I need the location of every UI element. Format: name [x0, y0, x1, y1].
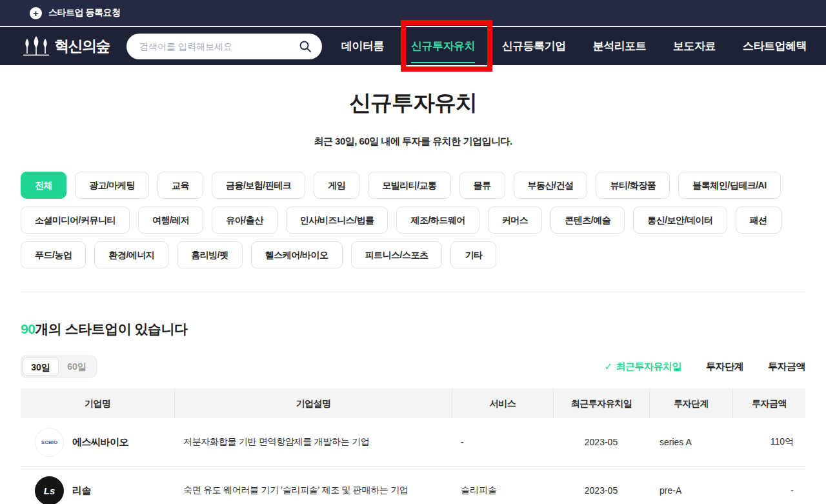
- col-recent-date: 최근투자유치일: [553, 388, 649, 418]
- period-toggle: 30일 60일: [21, 356, 97, 378]
- chip-contents-art[interactable]: 콘텐츠/예술: [550, 207, 625, 234]
- chip-travel[interactable]: 여행/레저: [138, 207, 203, 234]
- search-input[interactable]: [139, 41, 299, 52]
- chip-mobility[interactable]: 모빌리티/교통: [368, 172, 450, 199]
- nav-item-new-investment[interactable]: 신규투자유치: [411, 39, 475, 54]
- investment-amount: 110억: [732, 436, 805, 448]
- company-logo-text: Ls: [44, 485, 55, 496]
- chip-hr-biz-law[interactable]: 인사/비즈니스/법률: [286, 207, 388, 234]
- chip-fashion[interactable]: 패션: [736, 207, 781, 234]
- chip-commerce[interactable]: 커머스: [488, 207, 543, 234]
- navbar: 혁신의숲 데이터룸 신규투자유치 신규등록기업 분석리포트 보도자료 스타트업혜…: [0, 27, 826, 65]
- chip-education[interactable]: 교육: [157, 172, 203, 199]
- toggle-60days[interactable]: 60일: [59, 358, 95, 376]
- results-count: 90개의 스타트업이 있습니다: [21, 320, 805, 338]
- company-name[interactable]: 리솔: [72, 485, 91, 497]
- company-service: 슬리피솔: [452, 485, 553, 496]
- nav-item-new-companies[interactable]: 신규등록기업: [502, 39, 566, 54]
- nav-item-dataroom[interactable]: 데이터룸: [341, 39, 384, 54]
- chip-env-energy[interactable]: 환경/에너지: [94, 241, 168, 268]
- startup-register-link[interactable]: 스타트업 등록요청: [48, 7, 120, 19]
- chip-blockchain-ai[interactable]: 블록체인/딥테크/AI: [678, 172, 780, 199]
- table-row[interactable]: SCBIO 에스씨바이오 저분자화합물 기반 면역항암제를 개발하는 기업 - …: [21, 418, 805, 467]
- chip-game[interactable]: 게임: [314, 172, 359, 199]
- chip-fitness-sports[interactable]: 피트니스/스포츠: [351, 241, 443, 268]
- chip-finance[interactable]: 금융/보험/핀테크: [212, 172, 305, 199]
- col-company-desc: 기업설명: [174, 388, 452, 418]
- startup-table: 기업명 기업설명 서비스 최근투자유치일 투자단계 투자금액 SCBIO 에스씨…: [21, 388, 805, 504]
- list-controls: 30일 60일 ✓최근투자유치일 투자단계 투자금액: [21, 356, 805, 378]
- company-logo: SCBIO: [35, 428, 64, 457]
- col-stage: 투자단계: [649, 388, 732, 418]
- sort-options: ✓최근투자유치일 투자단계 투자금액: [604, 361, 805, 373]
- sort-recent-investment-date[interactable]: ✓최근투자유치일: [604, 361, 681, 373]
- company-description: 숙면 유도 웨어러블 기기 '슬리피솔' 제조 및 판매하는 기업: [174, 485, 452, 496]
- chip-realestate[interactable]: 부동산/건설: [514, 172, 588, 199]
- chip-food-agri[interactable]: 푸드/농업: [21, 241, 86, 268]
- nav-item-startup-benefits[interactable]: 스타트업혜택: [743, 39, 807, 54]
- logo-text: 혁신의숲: [54, 36, 110, 56]
- nav-item-analysis-report[interactable]: 분석리포트: [593, 39, 647, 54]
- chip-logistics[interactable]: 물류: [459, 172, 505, 199]
- plus-icon[interactable]: +: [30, 7, 42, 19]
- page-header: 신규투자유치 최근 30일, 60일 내에 투자를 유치한 기업입니다.: [0, 65, 826, 148]
- sort-investment-amount[interactable]: 투자금액: [768, 361, 805, 373]
- company-logo: Ls: [35, 476, 64, 504]
- chip-manufacturing[interactable]: 제조/하드웨어: [396, 207, 479, 234]
- col-amount: 투자금액: [732, 388, 805, 418]
- trees-logo-icon: [22, 36, 50, 57]
- search-icon[interactable]: [299, 40, 312, 53]
- nav-item-press[interactable]: 보도자료: [673, 39, 716, 54]
- chip-etc[interactable]: 기타: [450, 241, 496, 268]
- col-company-name: 기업명: [21, 388, 174, 418]
- chip-social-media[interactable]: 소셜미디어/커뮤니티: [21, 207, 130, 234]
- category-filter: 전체 광고/마케팅 교육 금융/보험/핀테크 게임 모빌리티/교통 물류 부동산…: [21, 172, 805, 268]
- search-box[interactable]: [126, 34, 322, 59]
- chip-all[interactable]: 전체: [21, 172, 66, 199]
- chip-telecom-security[interactable]: 통신/보안/데이터: [633, 207, 727, 234]
- company-name[interactable]: 에스씨바이오: [72, 436, 128, 449]
- investment-amount: -: [732, 485, 805, 496]
- company-service: -: [452, 437, 553, 447]
- sort-investment-stage[interactable]: 투자단계: [706, 361, 743, 373]
- check-icon: ✓: [604, 361, 612, 372]
- chip-beauty[interactable]: 뷰티/화장품: [596, 172, 670, 199]
- results-count-suffix: 개의 스타트업이 있습니다: [35, 321, 187, 336]
- toggle-30days[interactable]: 30일: [23, 358, 59, 376]
- company-description: 저분자화합물 기반 면역항암제를 개발하는 기업: [174, 436, 452, 448]
- recent-investment-date: 2023-05: [553, 485, 649, 496]
- chip-baby[interactable]: 유아/출산: [212, 207, 277, 234]
- chip-homeliving-pet[interactable]: 홈리빙/펫: [177, 241, 242, 268]
- logo[interactable]: 혁신의숲: [22, 36, 110, 57]
- results-count-number: 90: [21, 321, 35, 336]
- topbar: + 스타트업 등록요청: [0, 0, 826, 27]
- section-divider: [21, 292, 805, 292]
- page-subtitle: 최근 30일, 60일 내에 투자를 유치한 기업입니다.: [0, 136, 826, 148]
- table-row[interactable]: Ls 리솔 숙면 유도 웨어러블 기기 '슬리피솔' 제조 및 판매하는 기업 …: [21, 467, 805, 504]
- page-title: 신규투자유치: [0, 88, 826, 118]
- col-service: 서비스: [452, 388, 553, 418]
- investment-stage: pre-A: [649, 485, 732, 496]
- company-logo-text: SCBIO: [41, 439, 57, 445]
- main-menu: 데이터룸 신규투자유치 신규등록기업 분석리포트 보도자료 스타트업혜택: [341, 39, 807, 54]
- table-header: 기업명 기업설명 서비스 최근투자유치일 투자단계 투자금액: [21, 388, 805, 418]
- recent-investment-date: 2023-05: [553, 437, 649, 447]
- investment-stage: series A: [649, 437, 732, 447]
- chip-healthcare-bio[interactable]: 헬스케어/바이오: [251, 241, 343, 268]
- chip-ad-marketing[interactable]: 광고/마케팅: [75, 172, 149, 199]
